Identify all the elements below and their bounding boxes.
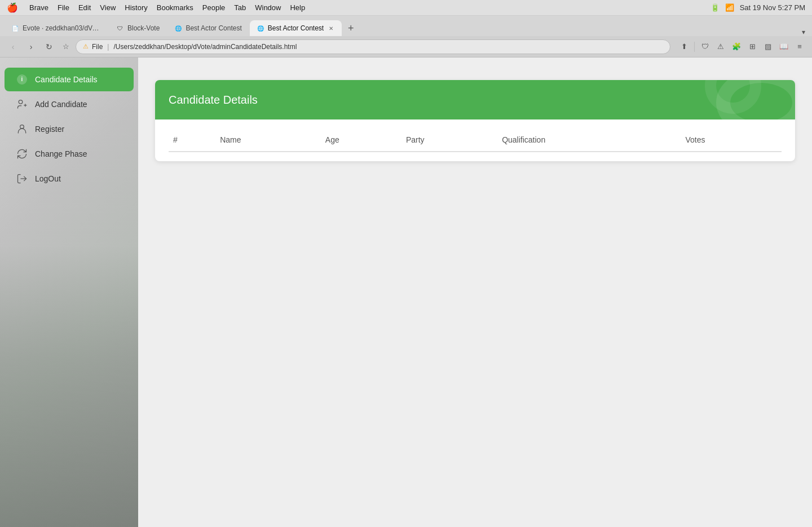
tab-bar: 📄 Evote · zeddkhan03/dVote@07d8c... 🛡 Bl… <box>0 16 812 36</box>
address-bar: ‹ › ↻ ☆ ⚠ File | /Users/zeddkhan/Desktop… <box>0 36 812 57</box>
svg-text:i: i <box>21 76 23 82</box>
menu-button[interactable]: ≡ <box>793 40 806 54</box>
candidate-details-card: Candidate Details # Name Age Party Quali… <box>155 80 795 161</box>
col-age: Age <box>321 129 401 152</box>
tab-blockvote-label: Block-Vote <box>127 24 160 32</box>
menubar-history[interactable]: History <box>125 3 147 12</box>
forward-button[interactable]: › <box>24 39 38 54</box>
tab-blockvote-favicon: 🛡 <box>116 24 124 32</box>
tab-bestactor1-label: Best Actor Contest <box>186 24 241 32</box>
sidebar-item-register[interactable]: Register <box>5 117 134 141</box>
sidebar-item-logout[interactable]: LogOut <box>5 167 134 191</box>
menubar-brave[interactable]: Brave <box>29 3 48 12</box>
tab-close-button[interactable]: ✕ <box>327 24 335 32</box>
svg-point-5 <box>20 125 24 129</box>
tab-list-button[interactable]: ▾ <box>802 28 805 36</box>
address-separator: | <box>107 43 109 51</box>
sidebar-item-candidate-details[interactable]: i Candidate Details <box>5 68 134 91</box>
card-title: Candidate Details <box>169 94 258 107</box>
tab-evote-label: Evote · zeddkhan03/dVote@07d8c... <box>23 24 102 32</box>
sidebar-inner: i Candidate Details Add Candidate <box>0 57 138 201</box>
sidebar-item-add-candidate[interactable]: Add Candidate <box>5 92 134 116</box>
sidebar-label-logout: LogOut <box>35 174 61 183</box>
tab-blockvote[interactable]: 🛡 Block-Vote <box>109 20 166 36</box>
clock: Sat 19 Nov 5:27 PM <box>740 3 805 12</box>
split-view-button[interactable]: ▨ <box>761 40 775 54</box>
menubar-edit[interactable]: Edit <box>78 3 91 12</box>
menubar-bookmarks[interactable]: Bookmarks <box>157 3 193 12</box>
menubar-view[interactable]: View <box>100 3 116 12</box>
svg-point-2 <box>19 100 23 104</box>
content-area: Candidate Details # Name Age Party Quali… <box>138 57 812 527</box>
refresh-button[interactable]: ↻ <box>42 39 56 54</box>
extensions-button[interactable]: 🧩 <box>730 40 743 54</box>
sidebar-toggle-button[interactable]: ⊞ <box>745 40 759 54</box>
back-button[interactable]: ‹ <box>6 39 20 54</box>
share-button[interactable]: ⬆ <box>677 40 691 54</box>
col-number: # <box>169 129 215 152</box>
sidebar-label-candidate-details: Candidate Details <box>35 75 98 84</box>
browser-chrome: 📄 Evote · zeddkhan03/dVote@07d8c... 🛡 Bl… <box>0 16 812 57</box>
col-qualification: Qualification <box>497 129 681 152</box>
menubar-people[interactable]: People <box>202 3 225 12</box>
tab-bestactor1[interactable]: 🌐 Best Actor Contest <box>167 20 248 36</box>
alert-button[interactable]: ⚠ <box>714 40 727 54</box>
address-prefix: File <box>92 43 103 51</box>
tab-evote[interactable]: 📄 Evote · zeddkhan03/dVote@07d8c... <box>5 20 108 36</box>
address-input[interactable]: ⚠ File | /Users/zeddkhan/Desktop/dVote/a… <box>76 39 670 54</box>
col-name: Name <box>215 129 321 152</box>
menubar-tab[interactable]: Tab <box>234 3 246 12</box>
wifi-icon: 📶 <box>725 3 734 12</box>
card-header: Candidate Details <box>155 80 795 119</box>
menubar-help[interactable]: Help <box>290 3 305 12</box>
col-party: Party <box>401 129 497 152</box>
menubar-file[interactable]: File <box>58 3 69 12</box>
reading-list-button[interactable]: 📖 <box>777 40 791 54</box>
security-warning-icon: ⚠ <box>83 43 89 50</box>
change-phase-icon <box>16 148 28 160</box>
menubar: 🍎 Brave File Edit View History Bookmarks… <box>0 0 812 16</box>
tab-bestactor2-favicon: 🌐 <box>257 24 264 32</box>
main-layout: i Candidate Details Add Candidate <box>0 57 812 527</box>
add-candidate-icon <box>16 98 28 110</box>
tab-evote-favicon: 📄 <box>11 24 19 32</box>
register-icon <box>16 123 28 135</box>
sidebar: i Candidate Details Add Candidate <box>0 57 138 527</box>
bookmark-button[interactable]: ☆ <box>60 41 72 53</box>
sidebar-label-change-phase: Change Phase <box>35 149 87 158</box>
col-votes: Votes <box>681 129 782 152</box>
tab-bestactor1-favicon: 🌐 <box>174 24 182 32</box>
tab-bestactor2[interactable]: 🌐 Best Actor Contest ✕ <box>250 20 342 36</box>
logout-icon <box>16 172 28 185</box>
table-head: # Name Age Party Qualification Votes <box>169 129 782 152</box>
new-tab-button[interactable]: + <box>343 20 359 36</box>
menubar-window[interactable]: Window <box>255 3 281 12</box>
candidate-details-icon: i <box>16 73 28 86</box>
table-container: # Name Age Party Qualification Votes <box>155 119 795 161</box>
sidebar-item-change-phase[interactable]: Change Phase <box>5 142 134 166</box>
tab-bestactor2-label: Best Actor Contest <box>268 24 324 32</box>
sidebar-label-add-candidate: Add Candidate <box>35 100 87 109</box>
sidebar-label-register: Register <box>35 125 64 134</box>
menubar-system-icons: 🔋 📶 Sat 19 Nov 5:27 PM <box>710 3 805 12</box>
table-header-row: # Name Age Party Qualification Votes <box>169 129 782 152</box>
address-url: /Users/zeddkhan/Desktop/dVote/adminCandi… <box>113 43 297 51</box>
apple-menu[interactable]: 🍎 <box>7 2 18 13</box>
brave-shields-button[interactable]: 🛡 <box>698 40 712 54</box>
toolbar-right: ⬆ 🛡 ⚠ 🧩 ⊞ ▨ 📖 ≡ <box>677 40 806 54</box>
toolbar-divider <box>694 42 695 52</box>
candidates-table: # Name Age Party Qualification Votes <box>169 129 782 152</box>
battery-icon: 🔋 <box>710 3 720 12</box>
